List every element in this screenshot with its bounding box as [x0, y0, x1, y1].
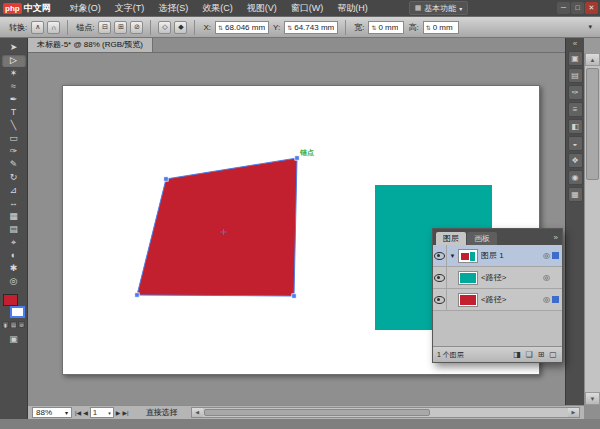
spinner-icon[interactable]: ⇅: [371, 24, 376, 31]
height-input[interactable]: ⇅ 0 mm: [423, 21, 459, 34]
fill-stroke-swatches: [2, 294, 26, 318]
type-tool[interactable]: T: [2, 106, 26, 119]
y-input[interactable]: ⇅ 64.743 mm: [284, 21, 338, 34]
rotate-tool[interactable]: ↻: [2, 171, 26, 184]
none-button[interactable]: ⊘: [18, 321, 25, 328]
panel-menu-icon[interactable]: ▾: [588, 23, 592, 31]
selection-tool[interactable]: ➤: [2, 41, 26, 54]
path-row[interactable]: <路径> ◎: [433, 267, 562, 289]
menu-help[interactable]: 帮助(H): [330, 0, 375, 16]
graphic-styles-panel-icon[interactable]: ▦: [568, 187, 583, 202]
target-icon[interactable]: ◎: [543, 273, 550, 282]
visibility-toggle[interactable]: [433, 267, 447, 288]
menu-window[interactable]: 窗口(W): [284, 0, 331, 16]
horizontal-scroll-thumb[interactable]: [204, 409, 431, 416]
scroll-left-icon[interactable]: ◀: [192, 408, 203, 417]
magic-wand-tool[interactable]: ✶: [2, 67, 26, 80]
rectangle-tool[interactable]: ▭: [2, 132, 26, 145]
new-layer-button[interactable]: ⊞: [536, 350, 546, 359]
pen-tool[interactable]: ✒: [2, 93, 26, 106]
maximize-button[interactable]: □: [571, 2, 584, 14]
target-icon[interactable]: ◎: [543, 251, 550, 260]
width-input[interactable]: ⇅ 0 mm: [368, 21, 404, 34]
layer-row[interactable]: ▼ 图层 1 ◎: [433, 245, 562, 267]
last-artboard-button[interactable]: ▶|: [122, 409, 128, 416]
gradient-button[interactable]: ▤: [10, 321, 17, 328]
line-tool[interactable]: ╲: [2, 119, 26, 132]
gradient-tool[interactable]: ▤: [2, 223, 26, 236]
color-button[interactable]: ▮: [2, 321, 9, 328]
delete-layer-button[interactable]: ▢: [548, 350, 558, 359]
first-artboard-button[interactable]: |◀: [75, 409, 81, 416]
direct-selection-tool[interactable]: ▷: [2, 54, 26, 67]
gradient-panel-icon[interactable]: ◧: [568, 119, 583, 134]
remove-anchor-button[interactable]: ⊟: [98, 21, 111, 34]
cut-path-button[interactable]: ⊘: [130, 21, 143, 34]
spinner-icon[interactable]: ⇅: [426, 24, 431, 31]
paintbrush-tool[interactable]: ✑: [2, 145, 26, 158]
next-artboard-button[interactable]: ▶: [116, 409, 121, 416]
x-input[interactable]: ⇅ 68.046 mm: [215, 21, 269, 34]
stroke-panel-icon[interactable]: ≡: [568, 102, 583, 117]
paintbrush-icon: ✑: [10, 145, 18, 158]
new-sublayer-button[interactable]: ❏: [524, 350, 534, 359]
path-row[interactable]: <路径> ◎: [433, 289, 562, 311]
menu-object[interactable]: 对象(O): [63, 0, 108, 16]
zoom-tool[interactable]: ◎: [2, 275, 26, 288]
pencil-tool[interactable]: ✎: [2, 158, 26, 171]
scroll-right-icon[interactable]: ▶: [568, 408, 579, 417]
scroll-down-icon[interactable]: ▼: [585, 392, 600, 405]
target-icon[interactable]: ◎: [543, 295, 550, 304]
symbols-panel-icon[interactable]: ❖: [568, 153, 583, 168]
red-path[interactable]: [137, 158, 297, 296]
free-transform-tool[interactable]: ▦: [2, 210, 26, 223]
eyedropper-tool[interactable]: ⌖: [2, 236, 26, 249]
width-tool[interactable]: ↔: [2, 197, 26, 210]
menu-select[interactable]: 选择(S): [151, 0, 195, 16]
horizontal-scrollbar[interactable]: ◀ ▶: [191, 407, 580, 418]
expand-dock-icon[interactable]: «: [573, 38, 577, 49]
blend-tool[interactable]: ◐: [2, 249, 26, 262]
hand-tool[interactable]: ✱: [2, 262, 26, 275]
convert-corner-button[interactable]: ∧: [31, 21, 44, 34]
appearance-panel-icon[interactable]: ◉: [568, 170, 583, 185]
previous-artboard-button[interactable]: ◀: [83, 409, 88, 416]
path-name[interactable]: <路径>: [481, 294, 543, 305]
visibility-toggle[interactable]: [433, 245, 447, 266]
color-panel-icon[interactable]: ▣: [568, 51, 583, 66]
document-tab[interactable]: 未标题-5* @ 88% (RGB/预览): [28, 38, 153, 52]
menu-type[interactable]: 文字(T): [108, 0, 152, 16]
zoom-level-select[interactable]: 88% ▾: [32, 407, 72, 418]
hide-handles-button[interactable]: ◆: [174, 21, 187, 34]
scale-tool[interactable]: ⊿: [2, 184, 26, 197]
add-anchor-button[interactable]: ⊞: [114, 21, 127, 34]
fill-swatch[interactable]: [3, 294, 18, 306]
lasso-tool[interactable]: ≈: [2, 80, 26, 93]
clipping-mask-button[interactable]: ◨: [512, 350, 522, 359]
swatches-panel-icon[interactable]: ▤: [568, 68, 583, 83]
close-button[interactable]: ✕: [585, 2, 598, 14]
vertical-scroll-thumb[interactable]: [586, 68, 599, 180]
layer-name[interactable]: 图层 1: [481, 250, 543, 261]
vertical-scrollbar[interactable]: ▲ ▼: [584, 53, 600, 405]
tab-artboards[interactable]: 画板: [467, 232, 497, 245]
expand-triangle-icon[interactable]: ▼: [447, 253, 458, 259]
collapse-panel-icon[interactable]: »: [550, 233, 562, 242]
menu-view[interactable]: 视图(V): [240, 0, 284, 16]
brushes-panel-icon[interactable]: ✑: [568, 85, 583, 100]
path-name[interactable]: <路径>: [481, 272, 543, 283]
minimize-button[interactable]: ─: [557, 2, 570, 14]
artboard-number-select[interactable]: 1 ▾: [90, 407, 114, 418]
menu-effect[interactable]: 效果(C): [195, 0, 240, 16]
stroke-swatch[interactable]: [10, 306, 25, 318]
transparency-panel-icon[interactable]: ◒: [568, 136, 583, 151]
scroll-up-icon[interactable]: ▲: [585, 53, 600, 66]
show-handles-button[interactable]: ◇: [158, 21, 171, 34]
spinner-icon[interactable]: ⇅: [287, 24, 292, 31]
workspace-switcher[interactable]: ▦ 基本功能 ▾: [409, 1, 469, 15]
spinner-icon[interactable]: ⇅: [218, 24, 223, 31]
screen-mode-button[interactable]: ▣: [9, 334, 18, 344]
tab-layers[interactable]: 图层: [436, 232, 466, 245]
convert-smooth-button[interactable]: ∩: [47, 21, 60, 34]
visibility-toggle[interactable]: [433, 289, 447, 310]
